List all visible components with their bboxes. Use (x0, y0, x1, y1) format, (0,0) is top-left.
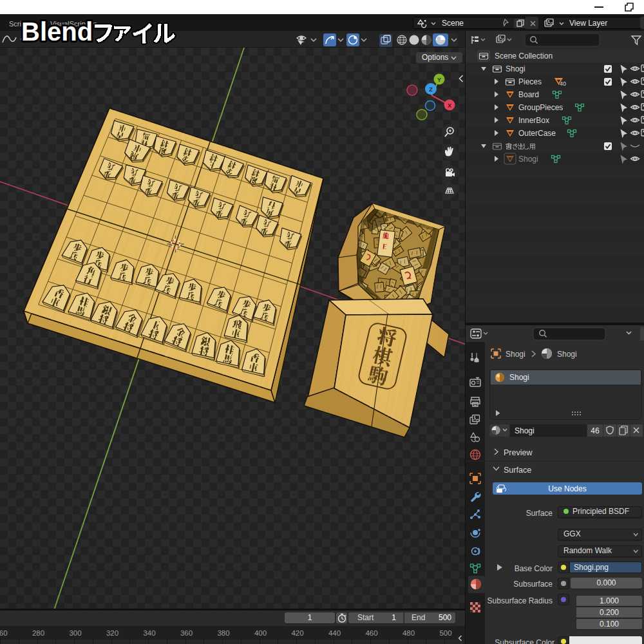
svg-text:Shogi: Shogi (518, 155, 538, 164)
svg-text:Shogi: Shogi (509, 373, 529, 382)
svg-text:360: 360 (180, 629, 193, 637)
svg-text:Blend: Blend (21, 17, 93, 46)
svg-text:Y: Y (437, 77, 441, 83)
svg-text:500: 500 (439, 629, 451, 637)
svg-text:Surface: Surface (504, 466, 531, 475)
svg-text:380: 380 (217, 629, 229, 637)
svg-text:440: 440 (328, 629, 341, 637)
svg-text:40: 40 (560, 80, 566, 87)
svg-text:Scene Collection: Scene Collection (495, 52, 553, 61)
svg-text:Z: Z (429, 86, 433, 93)
svg-text:480: 480 (402, 629, 415, 637)
svg-text:Board: Board (518, 90, 539, 99)
svg-text:Preview: Preview (504, 448, 533, 457)
svg-text:Shogi: Shogi (506, 64, 526, 73)
svg-text:OuterCase: OuterCase (518, 129, 556, 138)
svg-text:340: 340 (143, 629, 155, 637)
svg-text:InnerBox: InnerBox (518, 116, 549, 125)
svg-text:Shogi: Shogi (506, 350, 526, 359)
svg-text:260: 260 (0, 629, 8, 637)
svg-text:280: 280 (32, 629, 44, 637)
svg-text:400: 400 (254, 629, 267, 637)
svg-text:300: 300 (69, 629, 81, 637)
svg-text:GroupPieces: GroupPieces (518, 103, 563, 112)
svg-text:320: 320 (106, 629, 118, 637)
svg-text:X: X (448, 102, 451, 109)
svg-text:460: 460 (365, 629, 377, 637)
svg-text:Pieces: Pieces (518, 77, 542, 86)
svg-text:420: 420 (291, 629, 303, 637)
svg-text:Shogi: Shogi (557, 350, 577, 359)
svg-text:Shogi: Shogi (515, 426, 535, 435)
svg-text:46: 46 (591, 426, 600, 435)
